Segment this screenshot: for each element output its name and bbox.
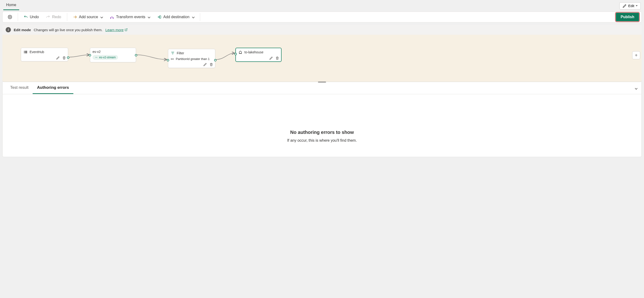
stream-icon: [95, 56, 98, 59]
pencil-icon[interactable]: [269, 56, 273, 60]
info-banner: i Edit mode Changes will go live once yo…: [2, 25, 642, 35]
port-out[interactable]: [67, 56, 69, 59]
transform-label: Transform events: [116, 15, 145, 19]
eventhub-icon: [24, 50, 28, 54]
svg-rect-8: [25, 52, 27, 52]
node-stream-sub: es-v2-stream: [92, 55, 118, 60]
add-source-icon: [73, 15, 77, 19]
info-title: Edit mode: [14, 28, 31, 32]
add-node-button[interactable]: +: [632, 51, 640, 59]
port-out[interactable]: [135, 54, 137, 56]
node-stream-title: es-v2: [92, 50, 100, 54]
toolbar: Undo Redo Add source Transform events Ad…: [2, 11, 642, 22]
port-out[interactable]: [214, 59, 216, 61]
node-destination[interactable]: to-lakehouse: [236, 48, 282, 62]
port-in[interactable]: [234, 53, 237, 55]
node-destination-title: to-lakehouse: [244, 50, 263, 54]
caret-down-icon: [636, 5, 638, 6]
node-filter-title: Filter: [177, 51, 184, 55]
chevron-down-icon: [148, 15, 150, 18]
empty-state: No authoring errors to show If any occur…: [2, 94, 642, 157]
node-filter[interactable]: Filter PartitionId greater than 1: [168, 49, 215, 68]
empty-state-title: No authoring errors to show: [2, 130, 642, 135]
svg-rect-13: [171, 59, 173, 59]
add-destination-label: Add destination: [163, 15, 189, 19]
svg-point-0: [10, 16, 11, 18]
info-message: Changes will go live once you publish th…: [34, 28, 103, 32]
separator: [67, 13, 67, 21]
undo-button[interactable]: Undo: [21, 13, 42, 21]
trash-icon[interactable]: [276, 56, 279, 60]
edit-button[interactable]: Edit: [620, 2, 641, 9]
publish-button[interactable]: Publish: [616, 13, 639, 21]
node-stream-sub-label: es-v2-stream: [99, 56, 116, 59]
node-source[interactable]: EventHub: [21, 48, 68, 61]
bottom-panel: Test result Authoring errors No authorin…: [2, 82, 642, 157]
chevron-down-icon: [192, 15, 194, 18]
chevron-down-icon: [100, 15, 103, 18]
tab-test-result[interactable]: Test result: [6, 82, 33, 94]
separator: [18, 13, 18, 21]
trash-icon[interactable]: [210, 63, 213, 66]
tab-authoring-errors[interactable]: Authoring errors: [33, 82, 73, 94]
svg-rect-6: [24, 53, 24, 53]
node-source-title: EventHub: [30, 50, 44, 54]
tab-home[interactable]: Home: [3, 1, 19, 10]
node-filter-condition: PartitionId greater than 1: [176, 57, 210, 61]
node-stream[interactable]: es-v2 es-v2-stream: [90, 48, 136, 62]
svg-rect-5: [24, 52, 24, 52]
add-destination-icon: [157, 15, 161, 19]
info-icon: i: [6, 27, 11, 32]
svg-rect-4: [24, 51, 24, 51]
undo-label: Undo: [30, 15, 39, 19]
learn-more-link[interactable]: Learn more: [106, 28, 128, 32]
undo-icon: [24, 15, 28, 19]
flow-canvas[interactable]: EventHub es-v2 es-v2-stream Filter Parti…: [2, 35, 642, 82]
filter-icon: [170, 51, 175, 55]
add-source-label: Add source: [79, 15, 98, 19]
redo-label: Redo: [52, 15, 61, 19]
pencil-icon[interactable]: [203, 63, 207, 66]
pencil-icon: [622, 4, 627, 8]
trash-icon[interactable]: [62, 56, 66, 60]
port-in[interactable]: [167, 59, 169, 61]
svg-rect-7: [25, 51, 27, 51]
add-destination-button[interactable]: Add destination: [154, 13, 197, 21]
collapse-button[interactable]: [634, 86, 637, 90]
empty-state-body: If any occur, this is where you'll find …: [2, 138, 642, 143]
port-in[interactable]: [89, 54, 91, 56]
redo-button[interactable]: Redo: [43, 13, 64, 21]
settings-button[interactable]: [5, 13, 15, 21]
condition-icon: [170, 57, 174, 61]
svg-point-1: [110, 18, 111, 18]
learn-more-label: Learn more: [106, 28, 124, 32]
svg-point-2: [113, 18, 114, 18]
pencil-icon[interactable]: [56, 56, 60, 60]
transform-events-button[interactable]: Transform events: [107, 13, 153, 21]
edit-button-label: Edit: [628, 4, 634, 8]
lakehouse-icon: [238, 50, 242, 54]
separator: [200, 13, 200, 21]
external-link-icon: [124, 28, 128, 31]
svg-rect-9: [25, 53, 27, 53]
add-source-button[interactable]: Add source: [70, 13, 106, 21]
gear-icon: [8, 15, 12, 19]
redo-icon: [46, 15, 50, 19]
transform-icon: [110, 15, 114, 19]
